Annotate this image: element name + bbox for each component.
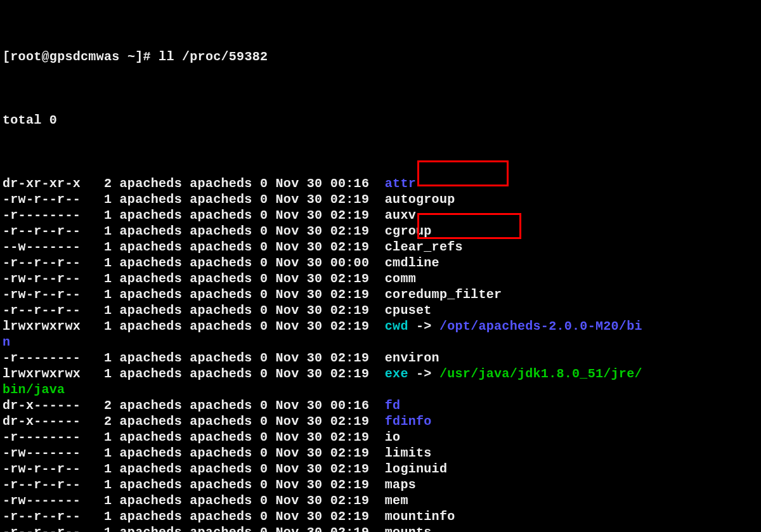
file-name: loginuid [385,462,447,476]
prompt-cmd: ll /proc/59382 [159,49,268,64]
file-meta: dr-xr-xr-x 2 apacheds apacheds 0 Nov 30 … [3,176,385,191]
file-row: -rw------- 1 apacheds apacheds 0 Nov 30 … [3,493,758,509]
file-name: fdinfo [385,414,432,429]
file-name: environ [385,351,439,365]
file-name: fd [385,398,401,413]
symlink-arrow: -> [408,319,439,334]
prompt-cwd: ~ [127,49,135,64]
file-meta: -r-------- 1 apacheds apacheds 0 Nov 30 … [3,208,385,223]
file-name: io [385,430,401,444]
file-meta: -r-------- 1 apacheds apacheds 0 Nov 30 … [3,351,385,365]
file-row: -rw-r--r-- 1 apacheds apacheds 0 Nov 30 … [3,461,758,477]
file-meta: -rw------- 1 apacheds apacheds 0 Nov 30 … [3,493,385,508]
file-row: -r--r--r-- 1 apacheds apacheds 0 Nov 30 … [3,302,758,318]
file-meta: -r--r--r-- 1 apacheds apacheds 0 Nov 30 … [3,477,385,492]
file-meta: dr-x------ 2 apacheds apacheds 0 Nov 30 … [3,398,385,413]
symlink-target-continued: bin/java [3,382,65,397]
file-row: -r-------- 1 apacheds apacheds 0 Nov 30 … [3,207,758,223]
file-row-wrap: n [3,334,758,350]
file-row: -rw-r--r-- 1 apacheds apacheds 0 Nov 30 … [3,271,758,287]
file-name: mem [385,493,408,508]
file-row: -r--r--r-- 1 apacheds apacheds 0 Nov 30 … [3,477,758,493]
file-row: -rw-r--r-- 1 apacheds apacheds 0 Nov 30 … [3,287,758,302]
file-row: --w------- 1 apacheds apacheds 0 Nov 30 … [3,239,758,255]
file-row: -rw------- 1 apacheds apacheds 0 Nov 30 … [3,445,758,461]
file-name: coredump_filter [385,287,502,302]
prompt-user: root [10,49,41,64]
symlink-target-continued: n [3,335,10,349]
file-row: -rw-r--r-- 1 apacheds apacheds 0 Nov 30 … [3,191,758,207]
file-meta: -r--r--r-- 1 apacheds apacheds 0 Nov 30 … [3,224,385,238]
file-row: -r-------- 1 apacheds apacheds 0 Nov 30 … [3,429,758,445]
file-row: dr-x------ 2 apacheds apacheds 0 Nov 30 … [3,398,758,413]
file-name: cwd [385,319,408,334]
file-meta: lrwxrwxrwx 1 apacheds apacheds 0 Nov 30 … [3,319,385,334]
file-name: maps [385,477,416,492]
file-name: autogroup [385,192,455,207]
file-name: limits [385,446,432,460]
prompt-line: [root@gpsdcmwas ~]# ll /proc/59382 [3,49,758,65]
prompt-host: gpsdcmwas [49,49,120,64]
file-name: mountinfo [385,509,455,524]
file-name: cmdline [385,256,439,270]
file-row: -r-------- 1 apacheds apacheds 0 Nov 30 … [3,350,758,366]
file-row: -r--r--r-- 1 apacheds apacheds 0 Nov 30 … [3,524,758,532]
file-meta: -rw-r--r-- 1 apacheds apacheds 0 Nov 30 … [3,462,385,476]
file-meta: -rw------- 1 apacheds apacheds 0 Nov 30 … [3,446,385,460]
file-name: exe [385,367,408,381]
file-row: -r--r--r-- 1 apacheds apacheds 0 Nov 30 … [3,255,758,271]
file-name: auxv [385,208,416,223]
file-row: dr-xr-xr-x 2 apacheds apacheds 0 Nov 30 … [3,176,758,191]
file-meta: -r--r--r-- 1 apacheds apacheds 0 Nov 30 … [3,256,385,270]
file-name: cpuset [385,303,432,318]
terminal[interactable]: [root@gpsdcmwas ~]# ll /proc/59382 total… [0,0,761,532]
file-row: -r--r--r-- 1 apacheds apacheds 0 Nov 30 … [3,223,758,239]
file-row: -r--r--r-- 1 apacheds apacheds 0 Nov 30 … [3,509,758,524]
file-meta: lrwxrwxrwx 1 apacheds apacheds 0 Nov 30 … [3,367,385,381]
file-meta: -r--r--r-- 1 apacheds apacheds 0 Nov 30 … [3,303,385,318]
file-meta: -rw-r--r-- 1 apacheds apacheds 0 Nov 30 … [3,192,385,207]
file-name: cgroup [385,224,432,238]
symlink-target: /opt/apacheds-2.0.0-M20/bi [439,319,642,334]
total-line: total 0 [3,112,758,128]
file-meta: -r--r--r-- 1 apacheds apacheds 0 Nov 30 … [3,509,385,524]
file-row: lrwxrwxrwx 1 apacheds apacheds 0 Nov 30 … [3,366,758,382]
file-row: lrwxrwxrwx 1 apacheds apacheds 0 Nov 30 … [3,318,758,334]
file-row: dr-x------ 2 apacheds apacheds 0 Nov 30 … [3,413,758,429]
file-name: clear_refs [385,240,463,254]
file-meta: -rw-r--r-- 1 apacheds apacheds 0 Nov 30 … [3,287,385,302]
file-meta: -r--r--r-- 1 apacheds apacheds 0 Nov 30 … [3,525,385,532]
file-listing: dr-xr-xr-x 2 apacheds apacheds 0 Nov 30 … [3,176,758,532]
file-meta: -r-------- 1 apacheds apacheds 0 Nov 30 … [3,430,385,444]
file-meta: --w------- 1 apacheds apacheds 0 Nov 30 … [3,240,385,254]
file-name: comm [385,271,416,286]
file-meta: -rw-r--r-- 1 apacheds apacheds 0 Nov 30 … [3,271,385,286]
file-name: mounts [385,525,432,532]
file-meta: dr-x------ 2 apacheds apacheds 0 Nov 30 … [3,414,385,429]
symlink-target: /usr/java/jdk1.8.0_51/jre/ [439,367,642,381]
file-row-wrap: bin/java [3,382,758,398]
file-name: attr [385,176,416,191]
symlink-arrow: -> [408,367,439,381]
